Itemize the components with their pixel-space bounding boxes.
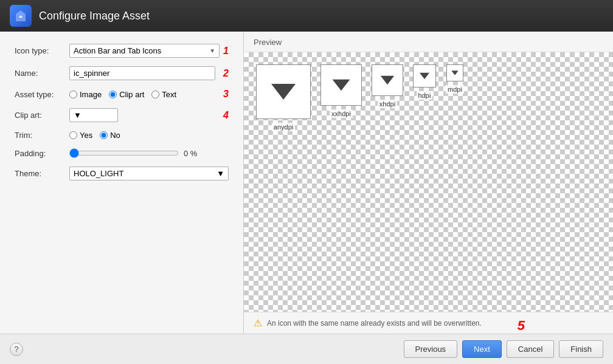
annotation-4: 4 [223, 110, 229, 121]
icon-type-dropdown[interactable]: Action Bar and Tab Icons ▼ [69, 44, 220, 58]
preview-label-xxhdpi: xxhdpi [330, 109, 353, 118]
preview-icon-box-hdpi [413, 64, 436, 88]
annotation-3: 3 [223, 89, 229, 100]
dialog-header: Configure Image Asset [0, 0, 613, 32]
preview-label-xhdpi: xhdpi [378, 100, 397, 108]
preview-area: anydpi xxhdpi xhdpi [244, 52, 613, 312]
spinner-icon-anydpi [268, 77, 299, 107]
preview-icon-box-anydpi [256, 64, 311, 119]
clipart-row: Clip art: ▼ 4 [15, 108, 229, 122]
asset-type-text-label: Text [162, 90, 176, 99]
asset-type-image-option[interactable]: Image [69, 90, 102, 99]
preview-mdpi: mdpi [446, 64, 464, 94]
padding-value: 0 % [184, 149, 202, 158]
svg-marker-0 [271, 84, 296, 100]
theme-value: HOLO_LIGHT [74, 169, 123, 178]
padding-slider[interactable] [69, 148, 179, 158]
theme-control: HOLO_LIGHT ▼ [69, 167, 229, 180]
chevron-down-icon: ▼ [74, 111, 81, 120]
name-label: Name: [15, 69, 69, 78]
main-content: Icon type: Action Bar and Tab Icons ▼ 1 … [0, 32, 613, 334]
name-input[interactable] [69, 66, 215, 80]
spinner-icon-mdpi [451, 69, 459, 77]
footer-right: Previous Next Cancel Finish [404, 340, 603, 358]
name-row: Name: 2 [15, 66, 229, 80]
cancel-button[interactable]: Cancel [507, 340, 554, 358]
icon-type-control: Action Bar and Tab Icons ▼ [69, 44, 220, 58]
trim-yes-label: Yes [80, 131, 92, 140]
spinner-icon-xxhdpi [330, 74, 352, 96]
spinner-icon-xhdpi [379, 72, 396, 89]
preview-xxhdpi: xxhdpi [320, 64, 362, 118]
right-panel: Preview anydpi xxhdpi [243, 32, 613, 334]
padding-row: Padding: 0 % [15, 148, 229, 158]
preview-label-mdpi: mdpi [446, 85, 464, 94]
preview-header: Preview [244, 32, 613, 52]
warning-bar: ⚠ An icon with the same name already exi… [244, 312, 613, 334]
preview-icon-box-xhdpi [372, 64, 403, 96]
trim-no-radio[interactable] [100, 131, 108, 139]
theme-row: Theme: HOLO_LIGHT ▼ [15, 167, 229, 180]
svg-marker-1 [333, 80, 350, 91]
padding-control: 0 % [69, 148, 229, 158]
trim-no-label: No [110, 131, 120, 140]
padding-label: Padding: [15, 149, 69, 158]
trim-yes-radio[interactable] [69, 131, 77, 139]
icon-type-row: Icon type: Action Bar and Tab Icons ▼ 1 [15, 44, 229, 58]
app-icon [10, 5, 32, 27]
clipart-dropdown[interactable]: ▼ [69, 108, 118, 122]
asset-type-clipart-radio[interactable] [109, 91, 117, 98]
theme-dropdown[interactable]: HOLO_LIGHT ▼ [69, 167, 229, 180]
preview-xhdpi: xhdpi [372, 64, 403, 108]
svg-marker-3 [420, 73, 429, 79]
preview-hdpi: hdpi [413, 64, 436, 100]
svg-marker-4 [451, 70, 458, 75]
asset-type-clipart-option[interactable]: Clip art [109, 90, 144, 99]
asset-type-label: Asset type: [15, 90, 69, 99]
left-panel: Icon type: Action Bar and Tab Icons ▼ 1 … [0, 32, 243, 334]
trim-yes-option[interactable]: Yes [69, 131, 92, 140]
asset-type-control: Image Clip art Text [69, 90, 220, 99]
warning-icon: ⚠ [254, 317, 262, 329]
asset-type-text-radio[interactable] [151, 91, 159, 98]
chevron-down-icon: ▼ [216, 169, 224, 178]
footer: ? Previous Next Cancel Finish [0, 334, 613, 364]
clipart-control: ▼ [69, 108, 220, 122]
asset-type-image-radio[interactable] [69, 91, 77, 98]
asset-type-image-label: Image [80, 90, 102, 99]
annotation-2: 2 [223, 68, 229, 79]
preview-anydpi: anydpi [256, 64, 311, 131]
icon-type-label: Icon type: [15, 46, 69, 55]
preview-label-anydpi: anydpi [272, 123, 295, 131]
name-control [69, 66, 220, 80]
previous-button[interactable]: Previous [404, 340, 458, 358]
icon-type-value: Action Bar and Tab Icons [74, 46, 161, 55]
clipart-label: Clip art: [15, 111, 69, 120]
preview-icon-box-xxhdpi [320, 64, 362, 106]
trim-row: Trim: Yes No [15, 131, 229, 140]
trim-label: Trim: [15, 131, 69, 140]
theme-label: Theme: [15, 169, 69, 178]
svg-marker-2 [381, 76, 394, 85]
asset-type-clipart-label: Clip art [119, 90, 144, 99]
chevron-down-icon: ▼ [209, 47, 215, 54]
trim-no-option[interactable]: No [100, 131, 120, 140]
annotation-1: 1 [223, 46, 229, 57]
preview-icon-box-mdpi [446, 64, 463, 81]
asset-type-text-option[interactable]: Text [151, 90, 176, 99]
warning-text: An icon with the same name already exist… [267, 319, 482, 328]
dialog-title: Configure Image Asset [39, 10, 150, 22]
preview-label-hdpi: hdpi [417, 91, 433, 100]
asset-type-row: Asset type: Image Clip art Text 3 [15, 89, 229, 100]
next-button[interactable]: Next [462, 340, 502, 358]
finish-button[interactable]: Finish [559, 340, 603, 358]
trim-control: Yes No [69, 131, 229, 140]
spinner-icon-hdpi [418, 70, 431, 82]
footer-left: ? [10, 343, 23, 356]
help-button[interactable]: ? [10, 343, 23, 356]
